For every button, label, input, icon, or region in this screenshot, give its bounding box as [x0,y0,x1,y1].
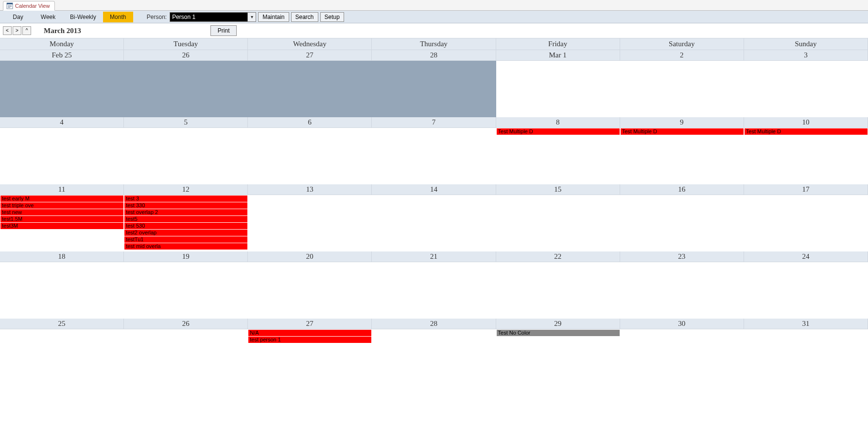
day-cell[interactable] [124,61,248,117]
date-header[interactable]: 30 [620,319,744,329]
day-cell[interactable] [248,262,372,319]
date-header[interactable]: 3 [744,50,868,61]
view-tab-biweekly[interactable]: Bi-Weekly [63,12,103,22]
person-input[interactable] [170,12,247,22]
view-tab-month[interactable]: Month [103,12,133,22]
day-cell[interactable] [124,329,248,386]
day-cell[interactable] [0,262,124,319]
day-cell[interactable] [248,128,372,184]
person-combobox[interactable]: ▾ [170,12,256,22]
date-header[interactable]: 13 [248,184,372,195]
day-cell[interactable]: Test Multiple D [620,128,744,184]
date-header[interactable]: 28 [372,319,496,329]
event[interactable]: Test Multiple D [745,128,868,135]
date-header[interactable]: 19 [124,251,248,262]
person-dropdown-button[interactable]: ▾ [247,12,256,22]
date-header[interactable]: 22 [496,251,620,262]
date-header[interactable]: Mar 1 [496,50,620,61]
search-button[interactable]: Search [291,12,318,22]
day-cell[interactable] [248,61,372,117]
day-cell[interactable]: Test No Color [496,329,620,386]
day-cell[interactable] [372,128,496,184]
up-button[interactable]: ^ [22,26,31,35]
event[interactable]: test 3 [124,196,247,202]
date-header[interactable]: 10 [744,117,868,128]
date-header[interactable]: 11 [0,184,124,195]
date-header[interactable]: 23 [620,251,744,262]
day-cell[interactable] [496,195,620,251]
date-header[interactable]: 2 [620,50,744,61]
event[interactable]: test5 [124,216,247,222]
day-cell[interactable]: Test Multiple D [744,128,868,184]
event[interactable]: Test No Color [497,330,620,336]
view-tab-day[interactable]: Day [3,12,33,22]
day-cell[interactable] [248,195,372,251]
event[interactable]: test 330 [124,202,247,209]
date-header[interactable]: 14 [372,184,496,195]
event[interactable]: test mid overla [124,243,247,250]
prev-button[interactable]: < [3,26,12,35]
event[interactable]: test triple ove [0,202,123,209]
day-cell[interactable] [620,61,744,117]
day-cell[interactable] [744,195,868,251]
date-header[interactable]: 27 [248,50,372,61]
day-cell[interactable] [0,329,124,386]
day-cell[interactable] [0,61,124,117]
day-cell[interactable] [372,329,496,386]
setup-button[interactable]: Setup [320,12,344,22]
print-button[interactable]: Print [210,25,237,36]
day-cell[interactable] [744,262,868,319]
date-header[interactable]: 25 [0,319,124,329]
day-cell[interactable]: Test Multiple D [496,128,620,184]
event[interactable]: test 530 [124,223,247,229]
date-header[interactable]: 16 [620,184,744,195]
day-cell[interactable]: test early Mtest triple ovetest newtest1… [0,195,124,251]
day-cell[interactable] [620,262,744,319]
maintain-button[interactable]: Maintain [258,12,289,22]
day-cell[interactable] [372,195,496,251]
date-header[interactable]: 8 [496,117,620,128]
day-cell[interactable]: N/Atest person 1 [248,329,372,386]
date-header[interactable]: 21 [372,251,496,262]
event[interactable]: Test Multiple D [621,128,744,135]
date-header[interactable]: 20 [248,251,372,262]
date-header[interactable]: 5 [124,117,248,128]
event[interactable]: test3M [0,223,123,229]
next-button[interactable]: > [13,26,21,35]
day-cell[interactable] [372,61,496,117]
day-cell[interactable] [0,128,124,184]
document-tab[interactable]: Calendar View [3,1,55,11]
event[interactable]: test person 1 [248,337,371,343]
date-header[interactable]: 26 [124,319,248,329]
date-header[interactable]: 24 [744,251,868,262]
event[interactable]: test early M [0,196,123,202]
day-cell[interactable] [372,262,496,319]
date-header[interactable]: 12 [124,184,248,195]
date-header[interactable]: 17 [744,184,868,195]
event[interactable]: test overlap 2 [124,209,247,215]
view-tab-week[interactable]: Week [33,12,63,22]
event[interactable]: test1.5M [0,216,123,222]
date-header[interactable]: 18 [0,251,124,262]
day-cell[interactable]: test 3test 330test overlap 2test5test 53… [124,195,248,251]
event[interactable]: test new [0,209,123,215]
date-header[interactable]: 7 [372,117,496,128]
day-cell[interactable] [744,61,868,117]
day-cell[interactable] [124,262,248,319]
event[interactable]: testTu1 [124,236,247,243]
event[interactable]: N/A [248,330,371,336]
day-cell[interactable] [744,329,868,386]
date-header[interactable]: Feb 25 [0,50,124,61]
date-header[interactable]: 6 [248,117,372,128]
day-cell[interactable] [496,61,620,117]
date-header[interactable]: 26 [124,50,248,61]
date-header[interactable]: 31 [744,319,868,329]
date-header[interactable]: 15 [496,184,620,195]
day-cell[interactable] [124,128,248,184]
day-cell[interactable] [620,329,744,386]
date-header[interactable]: 4 [0,117,124,128]
date-header[interactable]: 9 [620,117,744,128]
date-header[interactable]: 28 [372,50,496,61]
event[interactable]: test2 overlap [124,230,247,236]
date-header[interactable]: 29 [496,319,620,329]
